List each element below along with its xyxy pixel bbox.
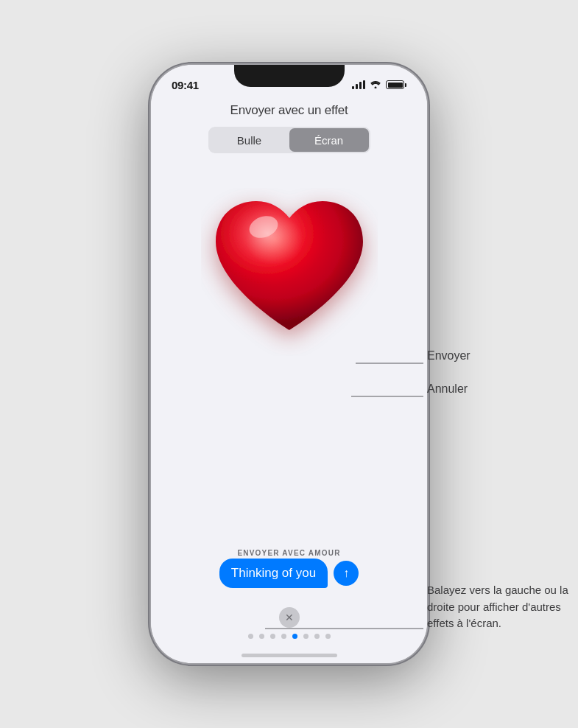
- page-dot-3: [281, 634, 286, 639]
- page-dot-6: [314, 634, 320, 639]
- effect-label: ENVOYER AVEC AMOUR: [237, 549, 340, 557]
- tab-bulle[interactable]: Bulle: [210, 128, 289, 152]
- screen-title: Envoyer avec un effet: [230, 103, 348, 118]
- signal-bar-1: [352, 86, 354, 89]
- tab-ecran[interactable]: Écran: [289, 128, 369, 152]
- phone-frame: 09:41: [151, 65, 427, 663]
- signal-bar-4: [363, 80, 365, 89]
- annuler-label: Annuler: [427, 382, 468, 396]
- signal-bars-icon: [352, 80, 365, 89]
- page-dot-0: [248, 634, 253, 639]
- signal-bar-3: [359, 82, 362, 89]
- send-arrow-icon: ↑: [343, 567, 349, 579]
- message-bubble: Thinking of you: [219, 559, 328, 588]
- wifi-icon: [370, 80, 381, 91]
- scene: 09:41: [0, 0, 578, 728]
- home-indicator: [242, 654, 337, 657]
- cancel-row: ✕: [279, 607, 300, 628]
- page-dot-7: [325, 634, 331, 639]
- bubble-row: Thinking of you ↑: [151, 559, 427, 588]
- page-dot-5: [303, 634, 309, 639]
- page-dot-4: [292, 634, 297, 639]
- tab-switcher[interactable]: Bulle Écran: [208, 127, 370, 153]
- heart-illustration: [194, 168, 385, 360]
- signal-bar-2: [356, 84, 358, 89]
- cancel-x-icon: ✕: [285, 612, 294, 623]
- status-time: 09:41: [172, 79, 199, 91]
- bottom-callout: Balayez vers la gauche ou la droite pour…: [427, 582, 578, 632]
- status-icons: [352, 80, 406, 91]
- main-content: Envoyer avec un effet Bulle Écran: [151, 97, 427, 654]
- heart-area: ENVOYER AVEC AMOUR Thinking of you ↑: [151, 161, 427, 603]
- battery-icon: [386, 80, 406, 89]
- send-button[interactable]: ↑: [334, 561, 359, 586]
- page-dot-2: [270, 634, 275, 639]
- page-indicator: [248, 634, 331, 654]
- notch: [234, 65, 345, 87]
- envoyer-label: Envoyer: [427, 349, 470, 363]
- page-dot-1: [259, 634, 264, 639]
- cancel-button[interactable]: ✕: [279, 607, 300, 628]
- screen: 09:41: [151, 65, 427, 663]
